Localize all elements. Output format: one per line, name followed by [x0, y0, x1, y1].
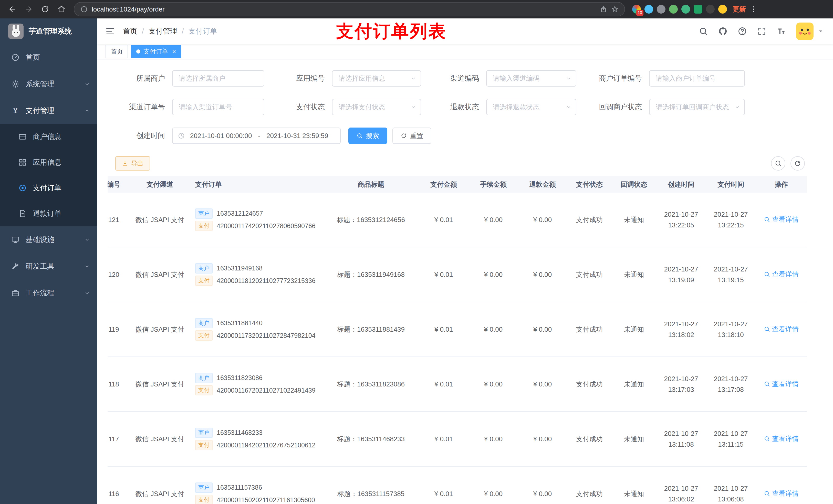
chevron-down-icon — [566, 104, 572, 110]
view-detail-link[interactable]: 查看详情 — [764, 380, 799, 388]
channel-order-no-input[interactable] — [172, 99, 264, 115]
merchant-order-no-input[interactable] — [649, 70, 745, 87]
filter-label: 退款状态 — [430, 102, 486, 112]
card-icon — [18, 133, 28, 141]
browser-menu-icon[interactable] — [749, 5, 758, 13]
merchant-filter-input[interactable] — [172, 70, 264, 87]
help-icon[interactable] — [738, 27, 747, 36]
extension-icon[interactable] — [644, 5, 653, 14]
search-button[interactable]: 搜索 — [348, 127, 387, 144]
view-detail-link[interactable]: 查看详情 — [764, 434, 799, 443]
yen-icon: ¥ — [10, 106, 21, 115]
cell-notify: 未通知 — [612, 489, 656, 498]
toggle-search-button[interactable] — [771, 156, 785, 171]
pay-order-no: 4200001174202110278060590766 — [217, 222, 315, 230]
address-bar[interactable]: localhost:1024/pay/order — [74, 2, 625, 16]
export-button-label: 导出 — [131, 159, 143, 167]
cell-status: 支付成功 — [567, 215, 612, 224]
active-dot — [136, 49, 140, 53]
cell-actions: 查看详情 — [756, 215, 807, 224]
bookmark-star-icon[interactable] — [611, 6, 618, 13]
sidebar-item-label: 基础设施 — [26, 235, 54, 245]
extension-icon[interactable]: 10 — [632, 5, 641, 14]
sidebar-item-pay-order[interactable]: 支付订单 — [0, 175, 97, 201]
sidebar-item-app-info[interactable]: 应用信息 — [0, 149, 97, 175]
cell-fee: ¥ 0.00 — [469, 216, 518, 224]
tag-close-icon[interactable]: × — [172, 48, 176, 55]
extension-icon[interactable] — [669, 5, 678, 14]
view-detail-label: 查看详情 — [772, 434, 799, 443]
sidebar-item-label: 退款订单 — [33, 209, 62, 218]
sidebar-item-dev-tools[interactable]: 研发工具 — [0, 253, 97, 280]
hamburger-icon[interactable] — [105, 27, 115, 36]
breadcrumb-current: 支付订单 — [189, 26, 217, 36]
github-icon[interactable] — [718, 27, 728, 36]
reload-icon[interactable] — [38, 2, 52, 16]
fullscreen-icon[interactable] — [757, 27, 766, 36]
tag-home[interactable]: 首页 — [105, 45, 128, 58]
cell-title: 标题：1635311157385 — [323, 489, 419, 498]
sidebar-item-home[interactable]: 首页 — [0, 44, 97, 71]
grid-icon — [18, 158, 28, 166]
user-avatar-menu[interactable] — [796, 23, 824, 40]
refresh-table-button[interactable] — [790, 156, 805, 171]
site-info-icon[interactable] — [80, 6, 88, 13]
reset-button[interactable]: 重置 — [392, 127, 431, 144]
share-icon[interactable] — [600, 6, 607, 13]
browser-update-button[interactable]: 更新 — [733, 5, 746, 14]
url-text: localhost:1024/pay/order — [92, 5, 596, 13]
notify-status-select[interactable]: 请选择订单回调商户状态 — [649, 99, 745, 115]
search-button-label: 搜索 — [366, 131, 379, 140]
merchant-order-no: 1635311881440 — [217, 319, 263, 327]
create-time-range-picker[interactable]: 2021-10-01 00:00:00 - 2021-10-31 23:59:5… — [172, 127, 341, 144]
view-detail-link[interactable]: 查看详情 — [764, 325, 799, 334]
app-title: 芋道管理系统 — [29, 26, 72, 36]
app-shell: 芋道管理系统 首页 系统管理 ¥ 支付管理 商户信息 — [0, 19, 833, 504]
cell-fee: ¥ 0.00 — [469, 435, 518, 443]
font-size-icon[interactable] — [777, 27, 786, 36]
vue-devtools-icon[interactable] — [681, 5, 690, 14]
browser-toolbar: localhost:1024/pay/order 10 更新 — [0, 0, 833, 19]
forward-icon[interactable] — [22, 2, 36, 16]
cell-order: 商户 1635311468233 支付 42000011942021102767… — [188, 426, 323, 453]
sidebar-item-merchant-info[interactable]: 商户信息 — [0, 124, 97, 149]
document-icon — [18, 210, 28, 218]
filter-label: 应用编号 — [273, 73, 332, 83]
breadcrumb-home[interactable]: 首页 — [123, 26, 137, 36]
sidebar-item-label: 研发工具 — [26, 262, 54, 271]
logo-avatar — [8, 24, 24, 39]
sidebar-item-system[interactable]: 系统管理 — [0, 71, 97, 97]
sidebar-item-infrastructure[interactable]: 基础设施 — [0, 226, 97, 253]
view-detail-link[interactable]: 查看详情 — [764, 489, 799, 498]
view-detail-link[interactable]: 查看详情 — [764, 270, 799, 279]
sidebar-item-payment[interactable]: ¥ 支付管理 — [0, 97, 97, 124]
cell-pay-time: 2021-10-27 13:06:08 — [706, 483, 756, 504]
tag-pay-order[interactable]: 支付订单 × — [131, 45, 181, 58]
cell-order: 商户 1635312124657 支付 42000011742021102780… — [188, 207, 323, 233]
cell-pay-time: 2021-10-27 13:11:15 — [706, 428, 756, 450]
search-icon[interactable] — [699, 27, 708, 36]
monitor-icon — [10, 236, 21, 244]
view-detail-link[interactable]: 查看详情 — [764, 215, 799, 224]
channel-code-select[interactable]: 请输入渠道编码 — [486, 70, 576, 87]
cell-refund: ¥ 0.00 — [518, 490, 567, 498]
merchant-order-no: 1635312124657 — [217, 210, 263, 217]
cell-amount: ¥ 0.01 — [419, 380, 469, 388]
table-row: 118 微信 JSAPI 支付 商户 1635311823086 支付 4200… — [108, 357, 807, 412]
date-start-value: 2021-10-01 00:00:00 — [190, 132, 252, 140]
extension-icon[interactable] — [657, 5, 665, 14]
home-icon[interactable] — [54, 2, 69, 16]
breadcrumb-payment[interactable]: 支付管理 — [148, 26, 177, 36]
sidebar-item-refund-order[interactable]: 退款订单 — [0, 201, 97, 226]
pin-icon[interactable] — [706, 5, 715, 14]
table-row: 120 微信 JSAPI 支付 商户 1635311949168 支付 4200… — [108, 247, 807, 302]
pay-status-select[interactable]: 请选择支付状态 — [332, 99, 421, 115]
app-id-select[interactable]: 请选择应用信息 — [332, 70, 421, 87]
back-icon[interactable] — [5, 2, 20, 16]
extension-icon[interactable] — [694, 5, 703, 14]
app-logo[interactable]: 芋道管理系统 — [0, 19, 97, 44]
sidebar-item-workflow[interactable]: 工作流程 — [0, 280, 97, 306]
export-button[interactable]: 导出 — [115, 156, 150, 171]
refund-status-select[interactable]: 请选择退款状态 — [486, 99, 576, 115]
profile-avatar-icon[interactable] — [718, 5, 727, 14]
